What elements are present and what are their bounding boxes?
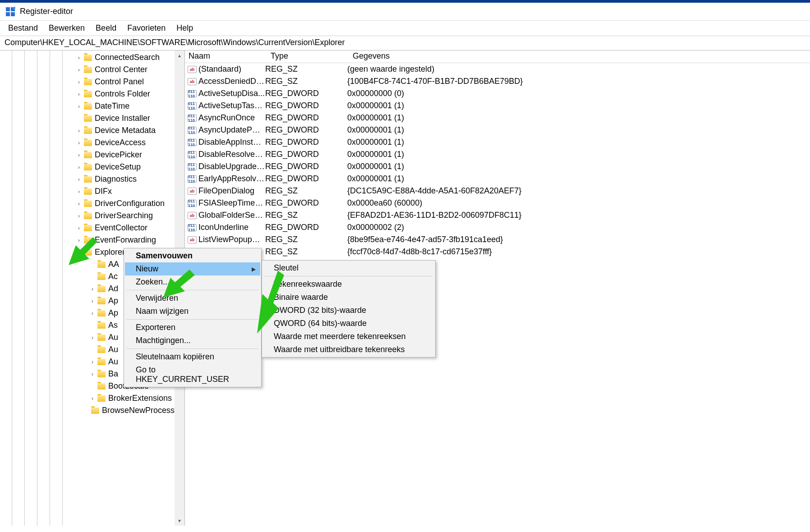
menu-edit[interactable]: Bewerken <box>43 22 90 35</box>
list-item[interactable]: 011 110ActiveSetupDisa...REG_DWORD0x0000… <box>185 87 810 100</box>
menu-item[interactable]: Waarde met uitbreidbare tekenreeks <box>263 343 434 356</box>
folder-icon <box>97 359 106 365</box>
menu-item[interactable]: Nieuw▶ <box>125 262 260 275</box>
scroll-down-icon[interactable]: ▾ <box>175 516 184 526</box>
value-dword-icon: 011 110 <box>188 175 197 183</box>
menu-item[interactable]: Zoeken... <box>125 275 260 289</box>
tree-item[interactable]: ›Diagnostics <box>0 173 175 185</box>
menu-item[interactable]: DWORD (32 bits)-waarde <box>263 304 434 317</box>
value-dword-icon: 011 110 <box>188 102 197 110</box>
list-item[interactable]: 011 110DisableUpgradeC...REG_DWORD0x0000… <box>185 161 810 173</box>
chevron-right-icon[interactable]: › <box>89 358 96 365</box>
list-item[interactable]: 011 110AsyncUpdatePCS...REG_DWORD0x00000… <box>185 124 810 136</box>
list-item[interactable]: 011 110IconUnderlineREG_DWORD0x00000002 … <box>185 221 810 234</box>
tree-item[interactable]: ›EventCollector <box>0 222 175 234</box>
context-menu-main[interactable]: SamenvouwenNieuw▶Zoeken...VerwijderenNaa… <box>124 248 262 387</box>
tree-item-label: Ap <box>108 296 118 306</box>
list-item[interactable]: ab(Standaard)REG_SZ(geen waarde ingestel… <box>185 63 810 75</box>
menu-favorites[interactable]: Favorieten <box>122 22 171 35</box>
list-item[interactable]: abREG_SZ{fccf70c8-f4d7-4d8b-8c17-cd6715e… <box>185 246 810 258</box>
tree-item[interactable]: ›DateTime <box>0 100 175 112</box>
tree-item[interactable]: ›DeviceAccess <box>0 137 175 149</box>
chevron-right-icon[interactable]: › <box>76 176 82 183</box>
chevron-right-icon[interactable]: › <box>89 371 96 377</box>
col-header-type[interactable]: Type <box>267 50 349 63</box>
cell-name: FSIASleepTimeIn... <box>198 198 265 208</box>
chevron-down-icon[interactable]: ▾ <box>76 249 82 256</box>
tree-item[interactable]: ›EventForwarding <box>0 234 175 246</box>
tree-item[interactable]: ›DIFx <box>0 185 175 197</box>
value-string-icon: ab <box>188 236 197 243</box>
menu-item[interactable]: Naam wijzigen <box>125 305 260 318</box>
menu-help[interactable]: Help <box>171 22 198 35</box>
chevron-right-icon[interactable]: › <box>76 164 82 170</box>
menu-item[interactable]: Go to HKEY_CURRENT_USER <box>125 363 260 386</box>
chevron-right-icon[interactable]: › <box>76 151 82 158</box>
chevron-right-icon[interactable]: › <box>76 78 82 85</box>
folder-icon <box>97 371 106 377</box>
tree-item-label: Device Installer <box>95 114 150 123</box>
chevron-right-icon[interactable]: › <box>89 310 96 316</box>
scroll-up-icon[interactable]: ▴ <box>175 50 184 60</box>
chevron-right-icon[interactable]: › <box>76 212 82 219</box>
tree-item[interactable]: ›Control Panel <box>0 76 175 88</box>
list-item[interactable]: 011 110EarlyAppResolver...REG_DWORD0x000… <box>185 173 810 185</box>
chevron-right-icon[interactable]: › <box>89 395 96 402</box>
list-item[interactable]: 011 110FSIASleepTimeIn...REG_DWORD0x0000… <box>185 197 810 209</box>
folder-icon <box>84 213 92 219</box>
list-item[interactable]: abAccessDeniedDia...REG_SZ{100B4FC8-74C1… <box>185 75 810 87</box>
chevron-right-icon[interactable]: › <box>76 237 82 243</box>
list-item[interactable]: 011 110DisableResolveSt...REG_DWORD0x000… <box>185 148 810 161</box>
list-item[interactable]: abFileOpenDialogREG_SZ{DC1C5A9C-E88A-4dd… <box>185 185 810 197</box>
tree-item[interactable]: ›DriverSearching <box>0 210 175 222</box>
chevron-right-icon[interactable]: › <box>76 91 82 97</box>
menu-view[interactable]: Beeld <box>90 22 122 35</box>
tree-item[interactable]: ›DevicePicker <box>0 149 175 161</box>
list-item[interactable]: 011 110ActiveSetupTask...REG_DWORD0x0000… <box>185 100 810 112</box>
col-header-name[interactable]: Naam <box>185 50 267 63</box>
cell-data: (geen waarde ingesteld) <box>347 64 810 74</box>
chevron-right-icon[interactable]: › <box>76 200 82 207</box>
menu-item[interactable]: Sleutelnaam kopiëren <box>125 350 260 363</box>
tree-item[interactable]: ›Controls Folder <box>0 88 175 100</box>
menu-item[interactable]: Samenvouwen <box>125 249 260 262</box>
menu-item[interactable]: Sleutel <box>263 261 434 275</box>
address-bar[interactable]: Computer\HKEY_LOCAL_MACHINE\SOFTWARE\Mic… <box>0 36 810 50</box>
chevron-right-icon[interactable]: › <box>76 225 82 231</box>
cell-data: 0x00000002 (2) <box>347 223 810 232</box>
chevron-right-icon[interactable]: › <box>76 66 82 73</box>
menu-item[interactable]: Exporteren <box>125 321 260 334</box>
menu-item[interactable]: Tekenreekswaarde <box>263 278 434 291</box>
menu-item[interactable]: Verwijderen <box>125 292 260 305</box>
tree-item[interactable]: ›DeviceSetup <box>0 161 175 173</box>
menu-item[interactable]: QWORD (64 bits)-waarde <box>263 317 434 330</box>
tree-item[interactable]: ›BrokerExtensions <box>0 392 175 404</box>
chevron-right-icon[interactable]: › <box>76 103 82 110</box>
chevron-right-icon[interactable]: › <box>76 139 82 146</box>
tree-item[interactable]: ›Control Center <box>0 64 175 76</box>
list-item[interactable]: abGlobalFolderSetti...REG_SZ{EF8AD2D1-AE… <box>185 209 810 221</box>
cell-data: 0x00000001 (1) <box>347 101 810 110</box>
chevron-right-icon[interactable]: › <box>76 127 82 134</box>
list-item[interactable]: 011 110DisableAppInstall...REG_DWORD0x00… <box>185 136 810 148</box>
chevron-right-icon[interactable]: › <box>76 188 82 195</box>
tree-item[interactable]: Device Installer <box>0 112 175 124</box>
cell-data: {EF8AD2D1-AE36-11D1-B2D2-006097DF8C11} <box>347 211 810 220</box>
menu-item[interactable]: Waarde met meerdere tekenreeksen <box>263 330 434 343</box>
chevron-right-icon[interactable]: › <box>89 298 96 304</box>
menu-item[interactable]: Machtigingen... <box>125 334 260 347</box>
menu-item[interactable]: Binaire waarde <box>263 291 434 304</box>
tree-item[interactable]: ›ConnectedSearch <box>0 51 175 64</box>
chevron-right-icon[interactable]: › <box>89 334 96 341</box>
cell-name: ActiveSetupDisa... <box>198 89 265 98</box>
list-item[interactable]: 011 110AsyncRunOnceREG_DWORD0x00000001 (… <box>185 112 810 124</box>
chevron-right-icon[interactable]: › <box>89 285 96 292</box>
chevron-right-icon[interactable]: › <box>76 54 82 61</box>
context-menu-new[interactable]: SleutelTekenreekswaardeBinaire waardeDWO… <box>262 260 436 358</box>
tree-item[interactable]: ›Device Metadata <box>0 124 175 137</box>
tree-item[interactable]: ›DriverConfiguration <box>0 197 175 210</box>
menu-file[interactable]: Bestand <box>3 22 43 35</box>
tree-item[interactable]: BrowseNewProcess <box>0 404 175 417</box>
col-header-data[interactable]: Gegevens <box>349 50 810 63</box>
list-item[interactable]: abListViewPopupCo...REG_SZ{8be9f5ea-e746… <box>185 234 810 246</box>
